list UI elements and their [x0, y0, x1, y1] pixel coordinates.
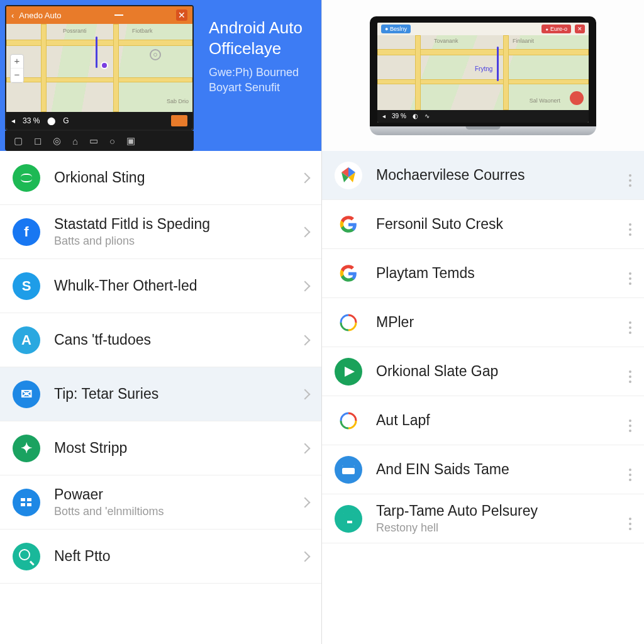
left-column: ‹ Anedo Auto ✕ Possranti Fiotbark Sab Dr… — [0, 0, 322, 644]
list-item[interactable]: And EIN Saids Tame — [322, 445, 644, 494]
map-preview: ‹ Anedo Auto ✕ Possranti Fiotbark Sab Dr… — [5, 5, 194, 131]
list-item-title: Fersonil Suto Cresk — [376, 216, 615, 233]
chevron-right-icon[interactable] — [301, 282, 309, 290]
laptop-preview: ● Beslny ⬥ Eure-o ✕ Tovanank Finlaanit S… — [370, 16, 596, 135]
list-item[interactable]: Mochaervilese Courres — [322, 151, 644, 200]
nav-back-icon[interactable]: ◂ — [11, 116, 15, 125]
list-item-subtitle: Botts and 'elnmiltioms — [54, 505, 287, 518]
tray-cam-icon[interactable]: ▣ — [126, 135, 135, 147]
a-icon: A — [13, 326, 40, 354]
zoom-out-icon: − — [11, 69, 23, 82]
list-item[interactable]: Tarp-Tame Auto PelsureyRestony hell — [322, 494, 644, 543]
tray-tab-icon[interactable]: ◻ — [34, 135, 42, 147]
sheet-icon — [335, 505, 362, 533]
list-item[interactable]: fStastatd Fitld is SpedingBatts and plio… — [0, 205, 321, 259]
list-item[interactable]: ACans 'tf-tudoes — [0, 313, 321, 367]
laptop-titlebar: ● Beslny ⬥ Eure-o ✕ — [377, 23, 589, 35]
zoom-control[interactable]: +− — [10, 54, 24, 83]
hero-text: Android Auto Officelaye Gwe:Ph) Bourned … — [199, 0, 321, 151]
left-list: Orkional StingfStastatd Fitld is Speding… — [0, 151, 321, 644]
list-item[interactable]: Aut Lapf — [322, 396, 644, 445]
list-item-title: Orkional Slate Gap — [376, 363, 615, 380]
list-item[interactable]: Playtam Temds — [322, 249, 644, 298]
list-item-title: Whulk-Ther Othert-led — [54, 277, 287, 295]
srch-icon — [13, 543, 40, 570]
tray-bag-icon[interactable]: ⌂ — [72, 136, 78, 147]
fab-icon[interactable] — [570, 91, 584, 105]
chevron-right-icon[interactable] — [301, 228, 309, 236]
chevron-right-icon[interactable] — [301, 445, 309, 452]
list-item-title: Mochaervilese Courres — [376, 167, 615, 184]
list-item-title: Most Stripp — [54, 440, 287, 457]
list-item-title: Tip: Tetar Suries — [54, 386, 287, 403]
tray-ring-icon[interactable]: ○ — [109, 136, 115, 147]
mail-icon: ✉ — [13, 380, 40, 408]
battery-percent: 33 % — [23, 116, 40, 125]
list-item-title: Orkional Sting — [54, 169, 287, 187]
back-icon[interactable]: ‹ — [11, 11, 14, 20]
nav-back-icon[interactable]: ◂ — [382, 113, 386, 119]
hero-line-1: Gwe:Ph) Bourned — [209, 65, 313, 80]
mic-icon[interactable]: ⬤ — [47, 116, 55, 125]
list-item[interactable]: Orkional Sting — [0, 151, 321, 205]
list-item-subtitle: Restony hell — [376, 521, 615, 535]
list-item-title: MPler — [376, 314, 615, 331]
laptop-bottombar: ◂ 39 % ◐ ∿ — [377, 110, 589, 123]
chevron-right-icon[interactable] — [301, 499, 309, 506]
tray-monitor-icon[interactable]: ▢ — [14, 135, 23, 147]
more-icon[interactable] — [629, 419, 631, 422]
list-item-title: Cans 'tf-tudoes — [54, 331, 287, 349]
more-icon[interactable] — [629, 370, 631, 373]
map-title: Anedo Auto — [19, 11, 61, 20]
list-item[interactable]: ✉Tip: Tetar Suries — [0, 367, 321, 421]
list-item[interactable]: MPler — [322, 298, 644, 347]
list-item-title: Playtam Temds — [376, 265, 615, 282]
hero-right: ● Beslny ⬥ Eure-o ✕ Tovanank Finlaanit S… — [322, 0, 644, 151]
list-item-title: And EIN Saids Tame — [376, 461, 615, 479]
map-marker-icon — [101, 62, 108, 69]
list-item[interactable]: Orkional Slate Gap — [322, 347, 644, 396]
more-icon[interactable] — [629, 223, 631, 226]
more-icon[interactable] — [629, 321, 631, 324]
list-item[interactable]: PowaerBotts and 'elnmiltioms — [0, 475, 321, 530]
laptop-close-icon[interactable]: ✕ — [575, 25, 585, 33]
card-icon — [335, 456, 362, 484]
list-item-title: Stastatd Fitld is Speding — [54, 216, 287, 233]
chevron-right-icon[interactable] — [301, 553, 309, 560]
g-icon — [335, 211, 362, 238]
laptop-app-badge: ● Beslny — [381, 25, 411, 33]
target-icon — [150, 49, 161, 60]
hero-heading-2: Officelaye — [209, 38, 313, 59]
laptop-warn-badge: ⬥ Eure-o — [541, 25, 571, 33]
minimize-icon[interactable] — [114, 14, 123, 16]
chevron-right-icon[interactable] — [301, 336, 309, 344]
c-icon — [335, 407, 362, 435]
list-item[interactable]: Neft Ptto — [0, 530, 321, 584]
laptop-map[interactable]: Tovanank Finlaanit Sal Waonert Frytng — [377, 35, 589, 110]
str-icon[interactable]: ∿ — [425, 113, 430, 119]
more-icon[interactable] — [629, 469, 631, 471]
list-item[interactable]: Fersonil Suto Cresk — [322, 200, 644, 249]
tray-shield-icon[interactable]: ◎ — [53, 135, 61, 147]
send-icon — [335, 358, 362, 386]
map-titlebar: ‹ Anedo Auto ✕ — [6, 6, 192, 24]
chevron-right-icon[interactable] — [301, 174, 309, 182]
tray-card-icon[interactable]: ▭ — [89, 135, 98, 147]
chevron-right-icon[interactable] — [301, 391, 309, 398]
list-item[interactable]: ✦Most Stripp — [0, 421, 321, 475]
hero-heading-1: Android Auto — [209, 18, 313, 38]
more-icon[interactable] — [629, 272, 631, 275]
more-icon[interactable] — [629, 174, 631, 177]
hero-left: ‹ Anedo Auto ✕ Possranti Fiotbark Sab Dr… — [0, 0, 321, 151]
right-column: ● Beslny ⬥ Eure-o ✕ Tovanank Finlaanit S… — [322, 0, 644, 644]
close-icon[interactable]: ✕ — [176, 9, 187, 21]
globe-icon[interactable]: G — [63, 116, 69, 125]
list-item[interactable]: SWhulk-Ther Othert-led — [0, 259, 321, 313]
dot-icon[interactable]: ◐ — [413, 113, 418, 119]
more-icon[interactable] — [629, 518, 631, 520]
battery-percent: 39 % — [392, 113, 406, 119]
zoom-in-icon: + — [11, 55, 23, 69]
app-tile-icon[interactable] — [171, 115, 187, 126]
map-canvas[interactable]: Possranti Fiotbark Sab Drio +− — [6, 24, 192, 112]
list-item-title: Neft Ptto — [54, 548, 287, 565]
